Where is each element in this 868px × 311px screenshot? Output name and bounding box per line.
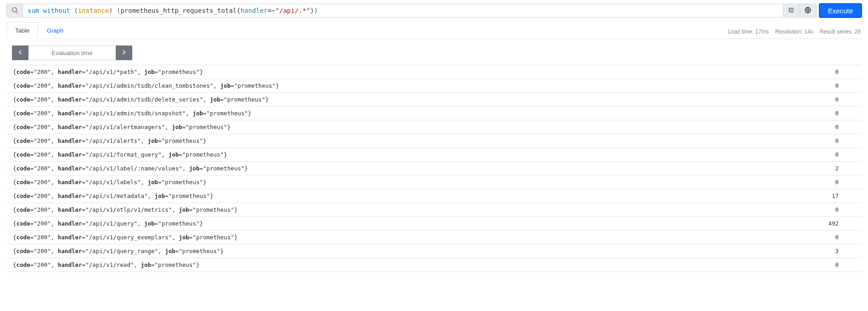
- table-row[interactable]: {code="200", handler="/api/v1/metadata",…: [6, 189, 862, 203]
- metric-cell: {code="200", handler="/api/v1/admin/tsdb…: [13, 82, 820, 89]
- globe-button[interactable]: [800, 4, 817, 17]
- metric-cell: {code="200", handler="/api/v1/metadata",…: [13, 192, 820, 199]
- value-cell: 0: [820, 82, 857, 89]
- metric-cell: {code="200", handler="/api/v1/query_rang…: [13, 248, 820, 254]
- metric-cell: {code="200", handler="/api/v1/otlp/v1/me…: [13, 206, 820, 213]
- value-cell: 0: [820, 206, 857, 213]
- globe-icon: [804, 6, 812, 15]
- value-cell: 0: [820, 261, 857, 268]
- value-cell: 492: [820, 220, 857, 227]
- stat-result-series: Result series: 28: [820, 28, 861, 35]
- table-row[interactable]: {code="200", handler="/api/v1/labels", j…: [6, 175, 862, 189]
- metric-cell: {code="200", handler="/api/v1/labels", j…: [13, 179, 820, 186]
- value-cell: 0: [820, 151, 857, 158]
- metric-cell: {code="200", handler="/api/v1/admin/tsdb…: [13, 96, 820, 103]
- svg-point-0: [12, 7, 17, 11]
- metric-cell: {code="200", handler="/api/v1/*path", jo…: [13, 68, 820, 75]
- chevron-right-icon: [120, 49, 128, 57]
- metric-cell: {code="200", handler="/api/v1/alerts", j…: [13, 137, 820, 144]
- table-row[interactable]: {code="200", handler="/api/v1/otlp/v1/me…: [6, 203, 862, 217]
- value-cell: 0: [820, 110, 857, 117]
- chevron-left-icon: [17, 49, 24, 57]
- format-expression-button[interactable]: [783, 4, 800, 17]
- table-row[interactable]: {code="200", handler="/api/v1/admin/tsdb…: [6, 79, 862, 93]
- eval-time-next-button[interactable]: [116, 45, 132, 60]
- table-row[interactable]: {code="200", handler="/api/v1/query_rang…: [6, 244, 862, 258]
- table-row[interactable]: {code="200", handler="/api/v1/alerts", j…: [6, 134, 862, 148]
- metric-cell: {code="200", handler="/api/v1/format_que…: [13, 151, 820, 158]
- value-cell: 0: [820, 68, 857, 75]
- tab-graph[interactable]: Graph: [38, 22, 72, 39]
- table-row[interactable]: {code="200", handler="/api/v1/query", jo…: [6, 217, 862, 231]
- execute-button[interactable]: Execute: [819, 4, 862, 17]
- table-row[interactable]: {code="200", handler="/api/v1/read", job…: [6, 258, 862, 272]
- kw-without: without: [43, 7, 70, 14]
- eval-time-prev-button[interactable]: [12, 45, 28, 60]
- metric-cell: {code="200", handler="/api/v1/admin/tsdb…: [13, 110, 820, 117]
- search-icon: [11, 6, 18, 15]
- metric-cell: {code="200", handler="/api/v1/label/:nam…: [13, 165, 820, 172]
- table-row[interactable]: {code="200", handler="/api/v1/query_exem…: [6, 231, 862, 244]
- value-cell: 0: [820, 96, 857, 103]
- table-row[interactable]: {code="200", handler="/api/v1/*path", jo…: [6, 65, 862, 79]
- value-cell: 2: [820, 165, 857, 172]
- metric-cell: {code="200", handler="/api/v1/query_exem…: [13, 234, 820, 241]
- value-cell: 0: [820, 137, 857, 144]
- stat-load-time: Load time: 17ms: [728, 28, 769, 35]
- metric-cell: {code="200", handler="/api/v1/alertmanag…: [13, 124, 820, 130]
- value-cell: 3: [820, 248, 857, 254]
- indent-icon: [788, 6, 795, 15]
- kw-sum: sum: [28, 7, 39, 14]
- evaluation-time-input[interactable]: [28, 45, 116, 60]
- expression-search-button[interactable]: [6, 4, 23, 17]
- query-stats: Load time: 17ms Resolution: 14s Result s…: [728, 28, 862, 39]
- value-cell: 0: [820, 234, 857, 241]
- value-cell: 0: [820, 124, 857, 130]
- value-cell: 17: [820, 192, 857, 199]
- table-row[interactable]: {code="200", handler="/api/v1/admin/tsdb…: [6, 93, 862, 107]
- results-table: {code="200", handler="/api/v1/*path", jo…: [6, 65, 862, 272]
- svg-line-1: [16, 11, 17, 13]
- metric-cell: {code="200", handler="/api/v1/query", jo…: [13, 220, 820, 227]
- table-row[interactable]: {code="200", handler="/api/v1/admin/tsdb…: [6, 107, 862, 120]
- value-cell: 0: [820, 179, 857, 186]
- table-row[interactable]: {code="200", handler="/api/v1/label/:nam…: [6, 162, 862, 175]
- table-row[interactable]: {code="200", handler="/api/v1/alertmanag…: [6, 120, 862, 134]
- tab-table[interactable]: Table: [6, 22, 38, 39]
- table-row[interactable]: {code="200", handler="/api/v1/format_que…: [6, 148, 862, 162]
- stat-resolution: Resolution: 14s: [775, 28, 813, 35]
- metric-cell: {code="200", handler="/api/v1/read", job…: [13, 261, 820, 268]
- promql-expression-input[interactable]: sum without (instance) (prometheus_http_…: [23, 4, 783, 17]
